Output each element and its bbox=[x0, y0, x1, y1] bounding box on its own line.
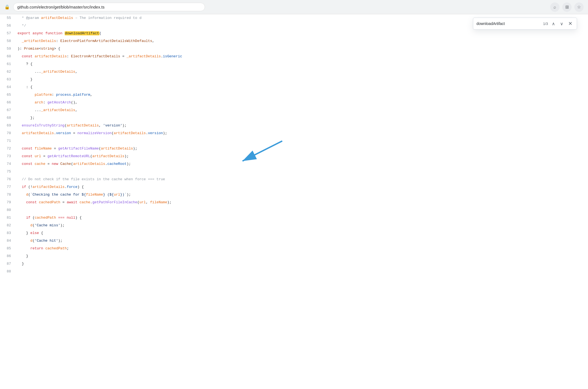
table-row: 81 if (cachedPath === null) { bbox=[0, 214, 588, 222]
table-row: 58 _artifactDetails: ElectronPlatformArt… bbox=[0, 37, 588, 45]
table-row: 77 if (!artifactDetails.force) { bbox=[0, 183, 588, 191]
table-row: 78 d(`Checking the cache for ${fileName}… bbox=[0, 191, 588, 199]
table-row: 69 ensureIsTruthyString(artifactDetails,… bbox=[0, 122, 588, 129]
translate-icon-btn[interactable]: ⊞ bbox=[562, 2, 572, 12]
table-row: 68 }; bbox=[0, 114, 588, 122]
table-row: 64 : { bbox=[0, 83, 588, 91]
table-row: 86 } bbox=[0, 252, 588, 260]
lock-icon: 🔒 bbox=[4, 4, 10, 10]
table-row: 60 const artifactDetails: ElectronArtifa… bbox=[0, 53, 588, 60]
code-table: 55 * @param artifactDetails – The inform… bbox=[0, 14, 588, 275]
table-row: 80 bbox=[0, 206, 588, 214]
table-row: 61 ? { bbox=[0, 60, 588, 68]
url-bar[interactable]: github.com/electron/get/blob/master/src/… bbox=[13, 3, 205, 11]
table-row: 74 const cache = new Cache(artifactDetai… bbox=[0, 160, 588, 168]
table-row: 62 ..._artifactDetails, bbox=[0, 68, 588, 76]
star-icon-btn[interactable]: ☆ bbox=[574, 2, 584, 12]
table-row: 65 platform: process.platform, bbox=[0, 91, 588, 99]
search-next-button[interactable]: ∨ bbox=[559, 21, 564, 27]
table-row: 71 bbox=[0, 137, 588, 145]
table-row: 87 } bbox=[0, 260, 588, 268]
table-row: 82 d('Cache miss'); bbox=[0, 222, 588, 229]
search-prev-button[interactable]: ∧ bbox=[551, 21, 556, 27]
table-row: 84 d('Cache hit'); bbox=[0, 237, 588, 245]
table-row: 83 } else { bbox=[0, 229, 588, 237]
code-container: 1/3 ∧ ∨ ✕ 55 * @param artifactDetails – … bbox=[0, 14, 588, 389]
table-row: 59 ): Promise<string> { bbox=[0, 45, 588, 53]
search-icon-btn[interactable]: ⌕ bbox=[550, 2, 560, 12]
search-overlay: 1/3 ∧ ∨ ✕ bbox=[473, 18, 577, 30]
browser-bar: 🔒 github.com/electron/get/blob/master/sr… bbox=[0, 0, 588, 14]
table-row: 88 bbox=[0, 268, 588, 275]
table-row: 76 // Do not check if the file exists in… bbox=[0, 176, 588, 183]
table-row: 85 return cachedPath; bbox=[0, 245, 588, 252]
search-input[interactable] bbox=[476, 21, 540, 26]
table-row: 72 const fileName = getArtifactFileName(… bbox=[0, 145, 588, 153]
table-row: 67 ..._artifactDetails, bbox=[0, 106, 588, 114]
search-close-button[interactable]: ✕ bbox=[567, 20, 573, 27]
table-row: 75 bbox=[0, 168, 588, 176]
table-row: 73 const url = getArtifactRemoteURL(arti… bbox=[0, 153, 588, 160]
search-count: 1/3 bbox=[543, 22, 548, 26]
table-row: 57 export async function downloadArtifac… bbox=[0, 30, 588, 37]
table-row: 63 } bbox=[0, 76, 588, 83]
table-row: 70 artifactDetails.version = normalizeVe… bbox=[0, 129, 588, 137]
table-row: 66 arch: getHostArch(), bbox=[0, 99, 588, 106]
browser-icons: ⌕ ⊞ ☆ bbox=[550, 2, 584, 12]
table-row: 79 const cachedPath = await cache.getPat… bbox=[0, 199, 588, 206]
